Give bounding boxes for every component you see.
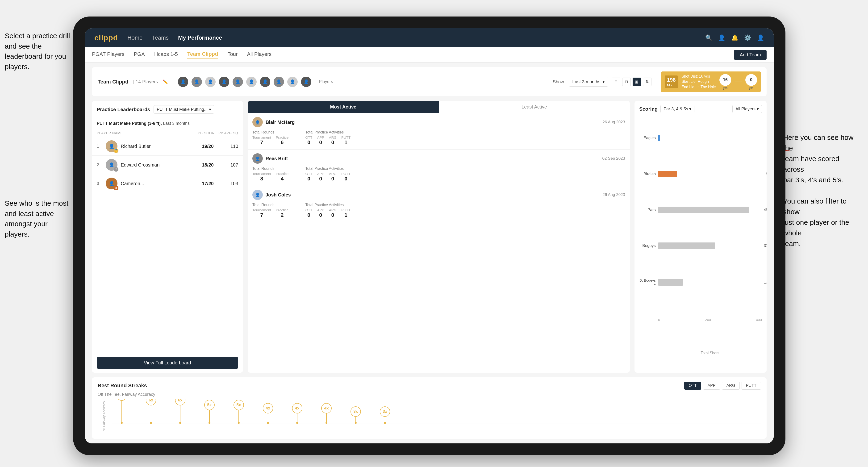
streak-pin: 4x (292, 403, 302, 424)
subnav-pga[interactable]: PGA (134, 51, 145, 58)
avatar: 👤 (246, 76, 257, 88)
chart-row-pars: Pars 499 (639, 207, 762, 213)
filter-btn-ott[interactable]: OTT (684, 382, 701, 390)
leaderboard-dropdown[interactable]: PUTT Must Make Putting... ▾ (154, 105, 214, 114)
chart-row-eagles: Eagles 3 (639, 135, 762, 141)
avatar: 👤 (301, 76, 312, 88)
sort-icon[interactable]: ⇅ (643, 77, 651, 86)
pin-stem (209, 410, 210, 422)
pin-stem (326, 413, 327, 422)
avatar: 👤 (205, 76, 216, 88)
settings-icon[interactable]: ⚙️ (744, 34, 751, 41)
lb-avatar: 👤 🥇 (106, 140, 118, 152)
pin-stem (239, 410, 239, 422)
pa-avatar-3: 👤 (252, 190, 263, 200)
subnav-tour[interactable]: Tour (227, 51, 238, 58)
pin-label: 4x (263, 403, 273, 413)
scoring-player-filter[interactable]: All Players ▾ (733, 105, 762, 113)
card-view-icon[interactable]: ▦ (632, 77, 641, 86)
pin-stem (385, 417, 385, 422)
subnav-hcaps[interactable]: Hcaps 1-5 (154, 51, 178, 58)
rank-badge-gold: 🥇 (114, 148, 118, 153)
tablet-frame: clippd Home Teams My Performance 🔍 👤 🔔 ⚙… (73, 17, 785, 455)
pin-dot (296, 422, 298, 424)
pa-date-3: 26 Aug 2023 (602, 192, 625, 197)
pa-name-2: Rees Britt (266, 156, 599, 161)
chart-label-birdies: Birdies (639, 172, 656, 177)
streak-pin: 4x (263, 403, 273, 424)
lb-player-row: 3 👤 3 Cameron... 17/20 103 (92, 174, 243, 193)
shot-card: 198 SG Shot Dist: 16 yds Start Lie: Roug… (661, 71, 761, 92)
avatar: 👤 (259, 76, 271, 88)
pa-name-1: Blair McHarg (266, 120, 600, 125)
show-label: Show: (553, 79, 565, 85)
scoring-header: Scoring Par 3, 4 & 5s ▾ All Players ▾ (634, 101, 767, 117)
streak-pins: 7x 6x 6x (117, 399, 390, 424)
lb-rank: 1 (97, 144, 102, 149)
subnav-team-clippd[interactable]: Team Clippd (187, 51, 218, 59)
chart-label-pars: Pars (639, 208, 656, 212)
avatar: 👤 (177, 76, 189, 88)
pin-stem (355, 417, 356, 422)
profile-icon[interactable]: 👤 (718, 34, 725, 41)
pin-stem (180, 405, 181, 422)
rank-badge-bronze: 3 (114, 186, 118, 190)
avatar-icon[interactable]: 👤 (757, 34, 764, 41)
subnav-pgat[interactable]: PGAT Players (92, 51, 124, 58)
nav-home[interactable]: Home (127, 34, 143, 41)
streak-pin: 4x (321, 403, 332, 424)
filter-btn-app[interactable]: APP (703, 382, 720, 390)
chart-label-eagles: Eagles (639, 135, 656, 140)
add-team-button[interactable]: Add Team (734, 50, 767, 60)
team-name: Team Clippd (98, 79, 128, 85)
nav-teams[interactable]: Teams (152, 34, 168, 41)
scoring-par-filter[interactable]: Par 3, 4 & 5s ▾ (660, 105, 694, 113)
streak-subtitle: Off The Tee, Fairway Accuracy (98, 392, 761, 397)
search-icon[interactable]: 🔍 (705, 34, 712, 41)
pa-stats-3: Total Rounds Tournament7 Practice2 Total… (252, 203, 625, 218)
lb-player-avg: 110 (217, 144, 238, 149)
pin-stem (151, 405, 151, 422)
lb-player-score: 18/20 (192, 162, 214, 168)
lb-avatar: 👤 2 (106, 159, 118, 171)
chart-x-axis: 0 200 400 (639, 316, 762, 322)
lb-player-score: 19/20 (192, 144, 214, 149)
edit-icon[interactable]: ✏️ (163, 79, 168, 85)
subnav-all-players[interactable]: All Players (247, 51, 272, 58)
streak-pin: 3x (380, 406, 390, 424)
show-dropdown[interactable]: Last 3 months ▾ (569, 77, 608, 87)
subnav: PGAT Players PGA Hcaps 1-5 Team Clippd T… (85, 47, 774, 63)
pin-label: 5x (234, 400, 244, 410)
col-pb-avg: PB AVG SQ (217, 131, 238, 135)
lb-player-name: Cameron... (121, 181, 189, 186)
filter-btn-arg[interactable]: ARG (722, 382, 740, 390)
pin-dot (384, 422, 386, 424)
navbar: clippd Home Teams My Performance 🔍 👤 🔔 ⚙… (85, 28, 774, 47)
avatar: 👤 (218, 76, 230, 88)
bell-icon[interactable]: 🔔 (731, 34, 738, 41)
tablet-screen: clippd Home Teams My Performance 🔍 👤 🔔 ⚙… (85, 28, 774, 443)
lb-player-avg: 107 (217, 162, 238, 168)
shot-circle-1: 16 (719, 74, 731, 86)
tab-most-active[interactable]: Most Active (248, 101, 439, 113)
chart-val-dbogeys: 131 (764, 280, 767, 284)
lb-column-headers: PLAYER NAME PB SCORE PB AVG SQ (92, 129, 243, 137)
pa-avatar-2: 👤 (252, 153, 263, 164)
pin-label: 3x (380, 406, 390, 417)
lb-player-row: 2 👤 2 Edward Crossman 18/20 107 (92, 156, 243, 174)
scoring-title: Scoring (639, 106, 658, 112)
chart-x-label: Total Shots (639, 351, 762, 355)
best-round-streaks-panel: Best Round Streaks OTT APP ARG PUTT Off … (92, 377, 767, 439)
view-full-leaderboard-button[interactable]: View Full Leaderboard (97, 357, 238, 369)
filter-btn-putt[interactable]: PUTT (742, 382, 761, 390)
shot-sg-label: 198 SG (665, 75, 678, 88)
tab-least-active[interactable]: Least Active (439, 101, 630, 113)
app-logo: clippd (94, 33, 118, 42)
list-view-icon[interactable]: ⊟ (622, 77, 631, 86)
practice-leaderboard-panel: Practice Leaderboards PUTT Must Make Put… (92, 101, 243, 373)
pa-stats-2: Total Rounds Tournament8 Practice4 Total… (252, 166, 625, 182)
scoring-panel: Scoring Par 3, 4 & 5s ▾ All Players ▾ Ea… (634, 101, 767, 373)
nav-my-performance[interactable]: My Performance (178, 34, 222, 41)
grid-view-icon[interactable]: ⊞ (612, 77, 620, 86)
lb-player-row: 1 👤 🥇 Richard Butler 19/20 110 (92, 137, 243, 156)
